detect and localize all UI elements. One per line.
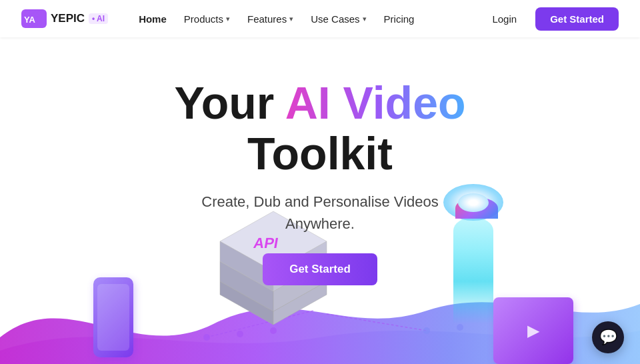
get-started-nav-button[interactable]: Get Started [535,7,619,31]
nav-right: Login Get Started [484,7,619,31]
logo[interactable]: YA YEPIC • AI [21,9,108,28]
navbar: YA YEPIC • AI Home Products ▾ Features [0,0,640,37]
nav-links: Home Products ▾ Features ▾ Use Cases ▾ P… [132,9,421,29]
phone-illustration [93,277,133,357]
nav-home[interactable]: Home [132,9,173,29]
hero-section: Your AI Video Toolkit Create, Dub and Pe… [0,37,640,364]
nav-pricing[interactable]: Pricing [377,9,421,29]
nav-use-cases[interactable]: Use Cases ▾ [304,9,373,29]
hero-subtitle: Create, Dub and Personalise Videos Anywh… [201,191,438,235]
hero-title: Your AI Video Toolkit [174,77,465,179]
svg-text:API: API [252,235,279,251]
tablet-illustration [493,297,573,364]
beam-inner [458,193,489,212]
chat-icon: 💬 [599,329,617,346]
login-button[interactable]: Login [484,9,525,29]
use-cases-chevron-icon: ▾ [363,15,367,23]
logo-icon: YA [21,9,47,28]
products-chevron-icon: ▾ [226,15,230,23]
features-chevron-icon: ▾ [289,15,293,23]
nav-left: YA YEPIC • AI Home Products ▾ Features [21,9,421,29]
svg-text:YA: YA [24,15,35,25]
beam-illustration [453,217,493,324]
hero-ai-text: AI Video [285,77,466,128]
nav-features[interactable]: Features ▾ [241,9,300,29]
chat-bubble-button[interactable]: 💬 [592,321,624,353]
nav-products[interactable]: Products ▾ [177,9,237,29]
hero-cta-button[interactable]: Get Started [263,253,377,285]
logo-tag: • AI [89,13,108,24]
logo-text: YEPIC [51,12,85,25]
